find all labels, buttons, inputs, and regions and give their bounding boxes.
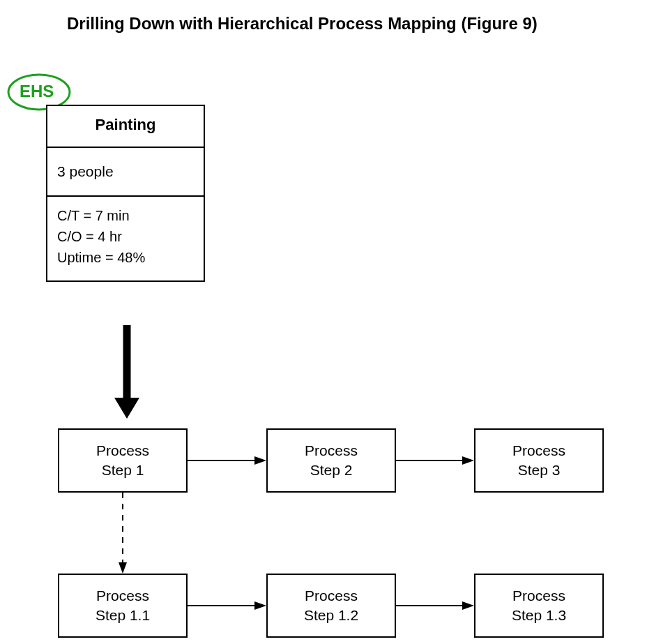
svg-marker-12 <box>119 562 127 574</box>
svg-marker-2 <box>114 398 139 419</box>
dashed-down-arrow-icon <box>116 493 129 574</box>
arrow-right-icon <box>396 455 474 466</box>
ehs-label: EHS <box>20 82 54 101</box>
process-step-2: Process Step 2 <box>266 428 396 493</box>
svg-marker-10 <box>462 601 474 610</box>
step-label-line2: Step 1 <box>102 460 144 480</box>
step-label-line1: Process <box>96 441 149 460</box>
svg-marker-6 <box>462 456 474 465</box>
painting-process-box: Painting 3 people C/T = 7 min C/O = 4 hr… <box>46 105 205 282</box>
svg-marker-4 <box>254 456 266 465</box>
step-label-line1: Process <box>512 586 565 606</box>
process-step-1: Process Step 1 <box>58 428 188 493</box>
step-label-line1: Process <box>512 441 565 460</box>
process-box-title: Painting <box>47 106 204 148</box>
figure-title: Drilling Down with Hierarchical Process … <box>67 14 538 33</box>
metric-uptime: Uptime = 48% <box>57 247 194 268</box>
metric-ct: C/T = 7 min <box>57 205 194 226</box>
arrow-right-icon <box>188 600 266 611</box>
step-label-line2: Step 1.3 <box>512 606 566 625</box>
process-box-people: 3 people <box>47 148 204 197</box>
step-label-line2: Step 1.1 <box>96 606 150 625</box>
arrow-right-icon <box>396 600 474 611</box>
step-label-line1: Process <box>96 586 149 606</box>
process-box-metrics: C/T = 7 min C/O = 4 hr Uptime = 48% <box>47 197 204 280</box>
step-label-line1: Process <box>305 586 358 606</box>
down-arrow-icon <box>112 322 142 420</box>
step-label-line2: Step 1.2 <box>304 606 358 625</box>
svg-marker-8 <box>254 601 266 610</box>
arrow-right-icon <box>188 455 266 466</box>
process-step-3: Process Step 3 <box>474 428 604 493</box>
step-label-line2: Step 3 <box>518 460 561 480</box>
step-label-line1: Process <box>305 441 358 460</box>
process-step-1-3: Process Step 1.3 <box>474 574 604 638</box>
process-step-1-1: Process Step 1.1 <box>58 574 188 638</box>
metric-co: C/O = 4 hr <box>57 226 194 247</box>
step-label-line2: Step 2 <box>310 460 353 480</box>
process-step-1-2: Process Step 1.2 <box>266 574 396 638</box>
